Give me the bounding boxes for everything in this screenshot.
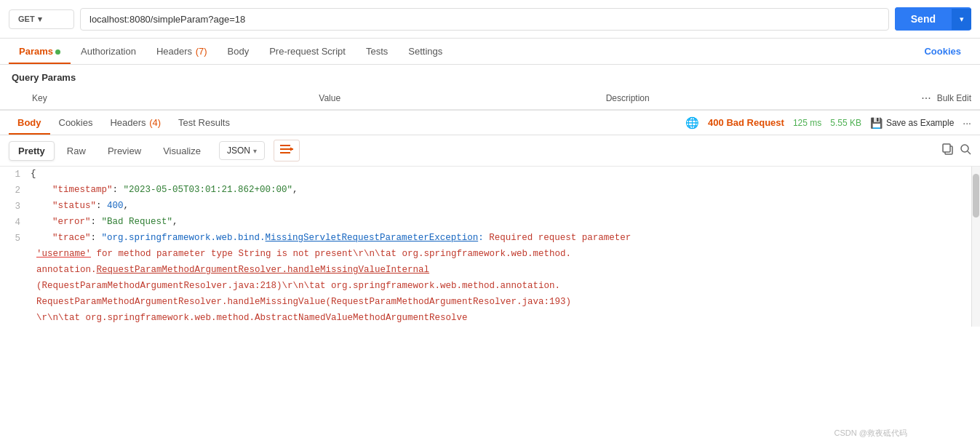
code-line-4: 4 "error": "Bad Request", bbox=[0, 215, 980, 231]
method-select[interactable]: GET ▾ bbox=[9, 9, 74, 29]
globe-icon: 🌐 bbox=[685, 116, 699, 129]
fmt-tab-raw[interactable]: Raw bbox=[57, 141, 95, 161]
resp-tab-testresults[interactable]: Test Results bbox=[170, 111, 239, 135]
code-line-5a: 'username' for method parameter type Str… bbox=[0, 247, 980, 263]
format-select-arrow: ▾ bbox=[253, 147, 257, 155]
response-tabs-row: Body Cookies Headers (4) Test Results 🌐 … bbox=[0, 111, 980, 135]
col-desc-header: Description bbox=[606, 93, 893, 103]
resp-size: 5.55 KB bbox=[830, 118, 861, 128]
status-badge: 400 Bad Request bbox=[708, 117, 784, 128]
bulk-edit-button[interactable]: Bulk Edit bbox=[937, 93, 971, 103]
tab-prerequest[interactable]: Pre-request Script bbox=[259, 39, 356, 64]
tab-params[interactable]: Params bbox=[9, 39, 71, 64]
code-view: 1 { 2 "timestamp": "2023-05-05T03:01:21.… bbox=[0, 167, 980, 327]
request-tabs-row: Params Authorization Headers (7) Body Pr… bbox=[0, 39, 980, 65]
tab-headers[interactable]: Headers (7) bbox=[146, 39, 218, 64]
resp-more-button[interactable]: ··· bbox=[963, 117, 971, 129]
save-example-button[interactable]: 💾 Save as Example bbox=[870, 117, 954, 129]
method-dropdown-icon[interactable]: ▾ bbox=[38, 15, 42, 24]
format-actions bbox=[942, 143, 971, 158]
copy-button[interactable] bbox=[942, 143, 954, 158]
resp-time: 125 ms bbox=[793, 118, 821, 128]
format-select[interactable]: JSON ▾ bbox=[219, 141, 265, 160]
svg-rect-4 bbox=[943, 144, 950, 152]
url-input[interactable] bbox=[80, 8, 889, 31]
code-scrollbar[interactable] bbox=[971, 167, 980, 327]
send-button[interactable]: Send bbox=[895, 7, 952, 31]
resp-tab-cookies[interactable]: Cookies bbox=[50, 111, 102, 135]
resp-status-area: 🌐 400 Bad Request 125 ms 5.55 KB 💾 Save … bbox=[685, 116, 971, 129]
query-params-label: Query Params bbox=[0, 65, 980, 87]
code-line-1: 1 { bbox=[0, 167, 980, 183]
url-bar: GET ▾ Send ▾ bbox=[0, 0, 980, 39]
code-line-2: 2 "timestamp": "2023-05-05T03:01:21.862+… bbox=[0, 183, 980, 199]
ellipsis-button[interactable]: ··· bbox=[921, 92, 931, 105]
scroll-thumb[interactable] bbox=[973, 174, 979, 217]
fmt-tab-preview[interactable]: Preview bbox=[98, 141, 151, 161]
code-line-5b: annotation.RequestParamMethodArgumentRes… bbox=[0, 263, 980, 279]
params-dot bbox=[55, 49, 60, 55]
col-value-header: Value bbox=[319, 93, 605, 103]
resp-tab-headers[interactable]: Headers (4) bbox=[101, 111, 170, 135]
wrap-icon-button[interactable] bbox=[274, 140, 300, 161]
fmt-tab-pretty[interactable]: Pretty bbox=[9, 141, 55, 161]
send-dropdown-button[interactable]: ▾ bbox=[952, 9, 971, 30]
params-table-header: Key Value Description ··· Bulk Edit bbox=[0, 87, 980, 110]
col-key-header: Key bbox=[32, 93, 319, 103]
tab-body[interactable]: Body bbox=[218, 39, 260, 64]
cookies-link[interactable]: Cookies bbox=[924, 46, 961, 57]
code-line-5d: RequestParamMethodArgumentResolver.handl… bbox=[0, 295, 980, 311]
search-button[interactable] bbox=[960, 143, 971, 158]
code-line-5: 5 "trace": "org.springframework.web.bind… bbox=[0, 231, 980, 247]
code-line-5e: \r\n\tat org.springframework.web.method.… bbox=[0, 311, 980, 327]
code-line-3: 3 "status": 400, bbox=[0, 199, 980, 215]
tab-settings[interactable]: Settings bbox=[398, 39, 453, 64]
svg-point-5 bbox=[961, 145, 968, 152]
svg-line-6 bbox=[968, 151, 971, 154]
send-button-group: Send ▾ bbox=[895, 7, 971, 31]
format-tabs-row: Pretty Raw Preview Visualize JSON ▾ bbox=[0, 135, 980, 167]
tab-authorization[interactable]: Authorization bbox=[71, 39, 146, 64]
method-label: GET bbox=[18, 15, 35, 23]
save-icon: 💾 bbox=[870, 117, 883, 129]
resp-tab-body[interactable]: Body bbox=[9, 111, 50, 135]
code-line-5c: (RequestParamMethodArgumentResolver.java… bbox=[0, 279, 980, 295]
fmt-tab-visualize[interactable]: Visualize bbox=[154, 141, 210, 161]
tab-tests[interactable]: Tests bbox=[356, 39, 398, 64]
col-actions: ··· Bulk Edit bbox=[893, 92, 980, 105]
